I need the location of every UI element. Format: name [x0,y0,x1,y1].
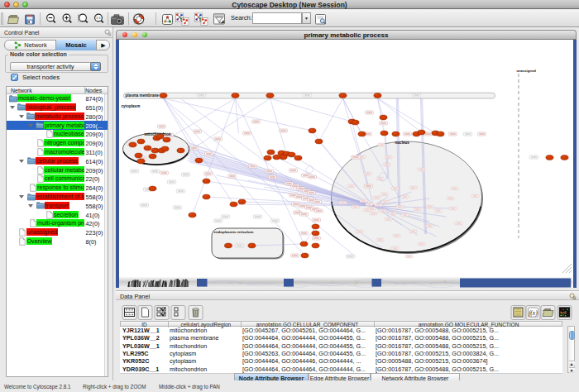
svg-text:unassigned: unassigned [517,69,537,73]
svg-text:1:1: 1:1 [96,16,102,20]
svg-text:nucleus: nucleus [395,141,410,145]
svg-text:plasma membrane: plasma membrane [126,93,160,98]
svg-text:endoplasmic reticulum: endoplasmic reticulum [214,230,254,234]
svg-text:cytoplasm: cytoplasm [122,104,141,108]
svg-text:f(x): f(x) [529,309,538,317]
